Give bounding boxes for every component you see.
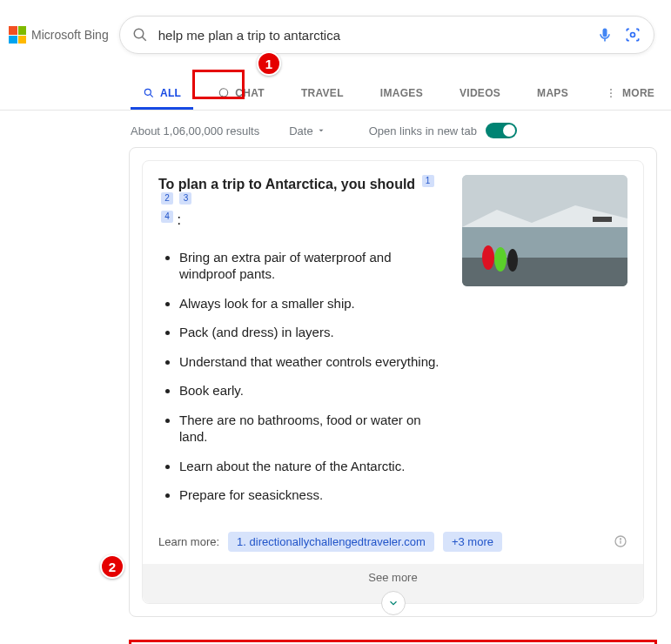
svg-line-6 — [150, 94, 152, 97]
open-links-label: Open links in new tab — [369, 124, 477, 138]
visual-search-icon[interactable] — [624, 26, 641, 44]
learn-label: Learn more: — [158, 535, 219, 548]
tab-label: IMAGES — [380, 87, 423, 99]
expand-button[interactable] — [381, 591, 406, 615]
list-item: Book early. — [179, 382, 446, 399]
chevron-down-icon — [387, 597, 399, 609]
answer-image[interactable] — [462, 175, 627, 286]
svg-point-4 — [630, 33, 634, 37]
tab-label: VIDEOS — [460, 87, 500, 99]
citation-1[interactable]: 1 — [422, 175, 434, 187]
list-item: Prepare for seasickness. — [179, 486, 446, 504]
citation-2[interactable]: 2 — [161, 192, 173, 205]
search-icon — [132, 27, 148, 43]
annotation-callout-2: 2 — [100, 554, 124, 579]
results-meta: About 1,06,00,000 results Date Open link… — [0, 111, 671, 145]
citation-4[interactable]: 4 — [161, 211, 173, 223]
date-filter[interactable]: Date — [289, 124, 325, 138]
suggestion-chips: What wildlife can I see? How long is the… — [129, 640, 657, 644]
tab-all[interactable]: ALL — [131, 78, 193, 110]
date-label: Date — [289, 124, 312, 138]
svg-point-10 — [610, 96, 612, 97]
svg-point-9 — [610, 92, 612, 94]
brand-logo[interactable]: Microsoft Bing — [9, 26, 109, 44]
annotation-callout-1: 1 — [257, 51, 281, 76]
answer-heading: To plan a trip to Antarctica, you should — [158, 177, 415, 191]
list-item: There are no bathrooms, food or water on… — [179, 412, 446, 446]
svg-line-1 — [142, 37, 146, 41]
svg-point-18 — [507, 249, 518, 272]
list-item: Bring an extra pair of waterproof and wi… — [179, 249, 440, 283]
chevron-down-icon — [317, 126, 325, 135]
tab-label: MAPS — [537, 87, 568, 99]
tab-maps[interactable]: MAPS — [525, 78, 580, 110]
svg-point-17 — [494, 247, 507, 272]
open-links-toggle[interactable] — [486, 123, 517, 138]
see-more-label: See more — [368, 571, 417, 584]
info-icon[interactable] — [614, 534, 627, 548]
learn-more-row: Learn more: 1. directionallychallengedtr… — [158, 523, 627, 564]
tab-label: ALL — [160, 87, 181, 99]
tab-videos[interactable]: VIDEOS — [447, 78, 513, 110]
search-input[interactable] — [158, 28, 586, 43]
list-item: Pack (and dress) in layers. — [179, 324, 446, 341]
results-count: About 1,06,00,000 results — [131, 124, 259, 138]
see-more-bar[interactable]: See more — [143, 564, 643, 603]
svg-rect-2 — [602, 29, 607, 37]
ms-logo-icon — [9, 26, 26, 44]
tab-more[interactable]: MORE — [593, 78, 667, 110]
svg-point-0 — [134, 29, 144, 38]
search-bar[interactable] — [119, 16, 654, 54]
svg-point-21 — [620, 539, 621, 540]
svg-point-16 — [482, 245, 494, 270]
tab-travel[interactable]: TRAVEL — [289, 78, 356, 110]
learn-source-1[interactable]: 1. directionallychallengedtraveler.com — [228, 532, 434, 552]
annotation-highlight-chat — [192, 70, 245, 99]
list-item: Learn about the nature of the Antarctic. — [179, 458, 446, 475]
search-icon — [143, 87, 155, 99]
tab-label: TRAVEL — [301, 87, 344, 99]
learn-more-sources[interactable]: +3 more — [443, 532, 502, 552]
mic-icon[interactable] — [596, 26, 614, 44]
citation-3[interactable]: 3 — [179, 192, 191, 205]
answer-card: To plan a trip to Antarctica, you should… — [129, 147, 657, 617]
tabs-row: ALL CHAT TRAVEL IMAGES VIDEOS MAPS MORE — [0, 54, 671, 111]
more-icon — [605, 87, 617, 99]
svg-point-5 — [144, 89, 151, 95]
list-item: Always look for a smaller ship. — [179, 295, 446, 312]
tab-images[interactable]: IMAGES — [368, 78, 435, 110]
brand-text: Microsoft Bing — [31, 28, 109, 42]
tab-label: MORE — [622, 87, 654, 99]
svg-rect-15 — [593, 217, 612, 222]
list-item: Understand that weather controls everyth… — [179, 353, 446, 371]
svg-point-8 — [610, 89, 612, 91]
tips-list: Bring an extra pair of waterproof and wi… — [158, 228, 446, 523]
answer-colon: : — [177, 212, 180, 227]
